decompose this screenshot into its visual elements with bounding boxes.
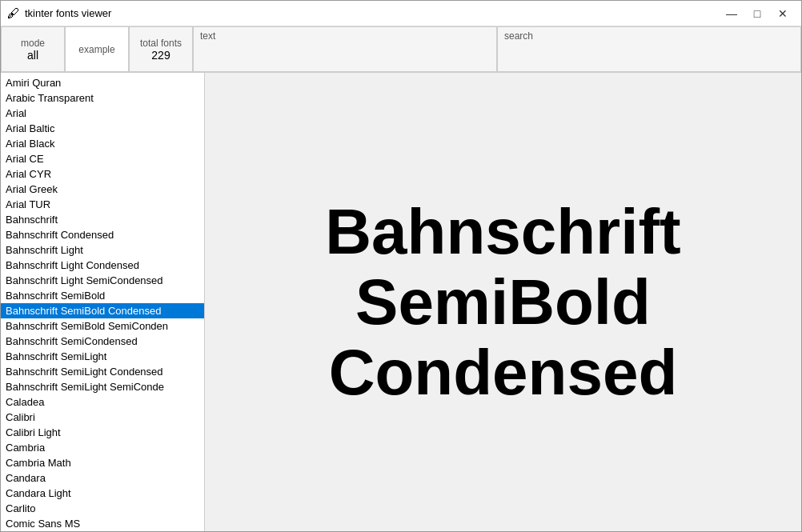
window-title: tkinter fonts viewer: [25, 7, 111, 19]
total-fonts-value: 229: [151, 49, 170, 62]
total-fonts-cell: total fonts 229: [129, 26, 193, 72]
list-item[interactable]: Caladea: [1, 394, 204, 410]
list-item[interactable]: Candara Light: [1, 486, 204, 501]
toolbar: mode all example total fonts 229 text se…: [1, 26, 801, 73]
list-item[interactable]: Arabic Transparent: [1, 90, 204, 106]
minimize-button[interactable]: —: [720, 5, 744, 22]
close-button[interactable]: ✕: [771, 5, 795, 22]
list-item[interactable]: Bahnschrift SemiLight Condensed: [1, 364, 204, 379]
list-item[interactable]: Cambria: [1, 440, 204, 455]
list-item[interactable]: Bahnschrift SemiLight: [1, 349, 204, 364]
search-cell: search: [497, 26, 801, 72]
list-item[interactable]: Arial CE: [1, 151, 204, 166]
list-item[interactable]: Bahnschrift Light SemiCondensed: [1, 273, 204, 288]
list-item[interactable]: Calibri Light: [1, 425, 204, 440]
font-list-container: AmiriAmiri QuranArabic TransparentArialA…: [1, 73, 205, 531]
title-controls: — □ ✕: [720, 5, 795, 22]
list-item[interactable]: Bahnschrift: [1, 212, 204, 227]
main-area: AmiriAmiri QuranArabic TransparentArialA…: [1, 73, 801, 531]
list-item[interactable]: Arial: [1, 106, 204, 121]
list-item[interactable]: Bahnschrift SemiLight SemiConde: [1, 379, 204, 394]
list-item[interactable]: Arial CYR: [1, 166, 204, 182]
mode-label: mode: [21, 38, 45, 49]
mode-value: all: [27, 49, 38, 62]
list-item[interactable]: Bahnschrift Condensed: [1, 227, 204, 242]
list-item[interactable]: Bahnschrift SemiBold: [1, 288, 204, 303]
mode-cell: mode all: [1, 26, 65, 72]
list-item[interactable]: Arial Black: [1, 136, 204, 151]
list-item[interactable]: Bahnschrift SemiBold SemiConden: [1, 318, 204, 334]
list-item[interactable]: Bahnschrift Light Condensed: [1, 258, 204, 273]
preview-text: Bahnschrift SemiBoldCondensed: [221, 197, 785, 408]
list-item[interactable]: Arial Greek: [1, 182, 204, 197]
app-icon: 🖋: [7, 6, 20, 21]
main-window: 🖋 tkinter fonts viewer — □ ✕ mode all ex…: [0, 0, 802, 532]
list-item[interactable]: Bahnschrift SemiCondensed: [1, 334, 204, 349]
text-input[interactable]: [200, 43, 490, 55]
list-item[interactable]: Carlito: [1, 501, 204, 516]
text-label: text: [200, 30, 490, 42]
search-input[interactable]: [504, 43, 794, 55]
list-item[interactable]: Arial Baltic: [1, 121, 204, 136]
text-cell: text: [193, 26, 497, 72]
search-label: search: [504, 30, 794, 42]
title-bar-left: 🖋 tkinter fonts viewer: [7, 6, 111, 21]
maximize-button[interactable]: □: [745, 5, 769, 22]
list-item[interactable]: Amiri Quran: [1, 75, 204, 90]
preview-area: Bahnschrift SemiBoldCondensed: [205, 73, 801, 531]
total-fonts-label: total fonts: [140, 38, 182, 49]
example-label: example: [78, 44, 114, 55]
list-item[interactable]: Cambria Math: [1, 455, 204, 470]
list-item[interactable]: Arial TUR: [1, 197, 204, 212]
list-item[interactable]: Bahnschrift Light: [1, 242, 204, 258]
list-item[interactable]: Comic Sans MS: [1, 516, 204, 531]
list-item[interactable]: Bahnschrift SemiBold Condensed: [1, 303, 204, 318]
title-bar: 🖋 tkinter fonts viewer — □ ✕: [1, 1, 801, 26]
font-list[interactable]: AmiriAmiri QuranArabic TransparentArialA…: [1, 73, 204, 531]
list-item[interactable]: Calibri: [1, 410, 204, 425]
list-item[interactable]: Candara: [1, 470, 204, 486]
example-cell: example: [65, 26, 129, 72]
